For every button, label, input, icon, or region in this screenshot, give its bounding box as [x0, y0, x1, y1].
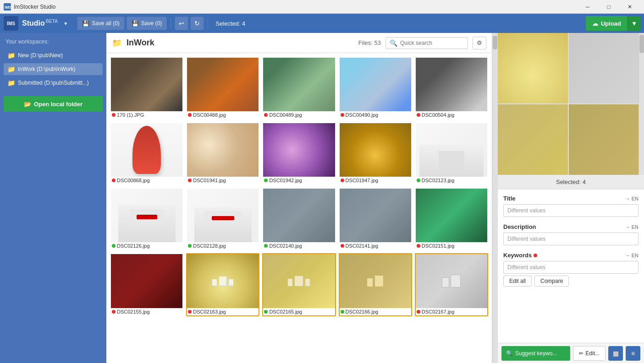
image-thumb-15: [111, 254, 182, 308]
desc-lang-button[interactable]: → EN: [625, 224, 638, 230]
description-input[interactable]: Different values: [503, 233, 638, 245]
metadata-panel: Title → EN Different values Description …: [498, 190, 644, 343]
status-dot-3: [341, 113, 344, 117]
title-lang-button[interactable]: → EN: [625, 196, 638, 201]
workspaces-label: Your workspaces:: [4, 38, 103, 45]
image-cell-5[interactable]: DSC00868.jpg: [110, 122, 183, 185]
image-cell-13[interactable]: DSC02141.jpg: [339, 188, 412, 250]
sidebar-item-new[interactable]: 📁 New (D:\pub\New): [4, 49, 103, 61]
image-thumb-16: [187, 254, 259, 308]
image-cell-16[interactable]: DSC02163.jpg: [186, 253, 259, 316]
browser-header: 📁 InWork Files: 53 🔍 ⚙: [106, 33, 492, 53]
image-label-3: DSC00490.jpg: [340, 112, 411, 119]
title-bar: IMS ImStocker Studio ─ □ ✕: [0, 0, 644, 14]
image-cell-3[interactable]: DSC00490.jpg: [339, 57, 412, 119]
image-label-19: DSC02167.jpg: [416, 309, 487, 315]
sidebar: Your workspaces: 📁 New (D:\pub\New) 📁 In…: [0, 33, 106, 363]
image-cell-11[interactable]: DSC02128.jpg: [186, 188, 259, 250]
status-dot-2: [264, 113, 268, 117]
folder-open-icon: 📂: [24, 101, 31, 108]
image-thumb-17: [263, 254, 335, 308]
folder-icon-new: 📁: [7, 52, 15, 59]
image-label-0: 170 (1).JPG: [111, 112, 182, 119]
status-dot-11: [188, 244, 192, 248]
image-cell-0[interactable]: 170 (1).JPG: [110, 57, 183, 119]
image-cell-12[interactable]: DSC02140.jpg: [262, 188, 336, 250]
toolbar-divider-2: [208, 18, 208, 29]
filter-button[interactable]: ⚙: [473, 37, 486, 49]
image-thumb-6: [187, 123, 259, 177]
logo-area: IMS StudioBETA ▼: [4, 16, 68, 31]
edit-all-button[interactable]: Edit all: [503, 276, 532, 287]
suggest-icon: 🔍: [506, 350, 513, 357]
edit-button[interactable]: ✏ Edit...: [573, 346, 605, 361]
image-cell-17[interactable]: DSC02165.jpg: [262, 253, 336, 316]
upload-button[interactable]: ☁ Upload: [586, 16, 627, 31]
undo-button[interactable]: ↩: [175, 16, 188, 30]
keywords-input[interactable]: Different values: [503, 261, 638, 274]
open-folder-button[interactable]: 📂 Open local folder: [4, 96, 103, 112]
sidebar-item-inwork[interactable]: 📁 InWork (D:\pub\InWork): [4, 63, 103, 75]
image-cell-19[interactable]: DSC02167.jpg: [415, 253, 488, 316]
app-title: ImStocker Studio: [14, 4, 577, 10]
image-thumb-12: [263, 189, 335, 242]
current-folder-icon: 📁: [112, 38, 122, 48]
maximize-button[interactable]: □: [598, 0, 619, 14]
image-thumb-5: [111, 123, 182, 177]
compare-button[interactable]: Compare: [534, 276, 569, 287]
keywords-lang-button[interactable]: → EN: [625, 253, 638, 258]
search-input[interactable]: [400, 40, 464, 46]
save-button[interactable]: 💾 Save (0): [127, 16, 167, 30]
keywords-row: Keywords → EN Different values Edit all …: [503, 252, 638, 287]
status-dot-9: [417, 179, 420, 182]
image-grid: 170 (1).JPG DSC00488.jpg: [110, 57, 488, 316]
status-dot-18: [341, 310, 344, 314]
list-view-button[interactable]: ≡: [626, 346, 640, 361]
main-scrollbar[interactable]: [492, 33, 497, 363]
image-cell-15[interactable]: DSC02155.jpg: [110, 253, 183, 316]
keywords-label: Keywords → EN: [503, 252, 638, 259]
current-folder-title: InWork: [127, 38, 354, 48]
minimize-button[interactable]: ─: [577, 0, 598, 14]
image-label-6: DSC01941.jpg: [187, 178, 259, 184]
image-cell-14[interactable]: DSC02151.jpg: [415, 188, 488, 250]
redo-button[interactable]: ↻: [190, 16, 204, 30]
preview-thumb-2: [569, 33, 639, 103]
sidebar-item-submitted[interactable]: 📁 Submitted (D:\pub\Submitt...): [4, 77, 103, 89]
main-content: 📁 InWork Files: 53 🔍 ⚙ 170 (1).JP: [106, 33, 492, 363]
image-label-17: DSC02165.jpg: [263, 309, 335, 315]
image-cell-8[interactable]: DSC01947.jpg: [339, 122, 412, 185]
preview-thumb-4: [569, 104, 639, 175]
image-label-7: DSC01942.jpg: [263, 178, 335, 184]
suggest-keywords-button[interactable]: 🔍 Suggest keywo...: [501, 346, 570, 361]
image-grid-container[interactable]: 170 (1).JPG DSC00488.jpg: [106, 53, 492, 363]
search-icon: 🔍: [390, 39, 397, 47]
image-cell-6[interactable]: DSC01941.jpg: [186, 122, 259, 185]
image-label-1: DSC00488.jpg: [187, 112, 259, 119]
preview-scrollbar[interactable]: [638, 33, 644, 175]
title-input[interactable]: Different values: [503, 204, 638, 217]
status-dot-14: [417, 244, 420, 248]
close-button[interactable]: ✕: [619, 0, 640, 14]
image-thumb-10: [111, 189, 182, 242]
title-label: Title → EN: [503, 195, 638, 202]
app-icon: IMS: [4, 3, 11, 11]
image-cell-2[interactable]: DSC00489.jpg: [262, 57, 336, 119]
image-cell-7[interactable]: DSC01942.jpg: [262, 122, 336, 185]
image-cell-10[interactable]: DSC02126.jpg: [110, 188, 183, 250]
grid-view-button[interactable]: ▦: [608, 346, 623, 361]
image-cell-4[interactable]: DSC00504.jpg: [415, 57, 488, 119]
status-dot-0: [112, 113, 116, 117]
image-cell-9[interactable]: DSC02123.jpg: [415, 122, 488, 185]
upload-dropdown-button[interactable]: ▼: [627, 16, 640, 31]
title-row: Title → EN Different values: [503, 195, 638, 217]
bottom-bar: 🔍 Suggest keywo... ✏ Edit... ▦ ≡: [498, 343, 644, 363]
folder-icon-submitted: 📁: [7, 79, 15, 87]
save-all-button[interactable]: 💾 Save all (0): [77, 16, 125, 30]
image-cell-1[interactable]: DSC00488.jpg: [186, 57, 259, 119]
image-cell-18[interactable]: DSC02166.jpg: [339, 253, 412, 316]
image-label-15: DSC02155.jpg: [111, 309, 182, 315]
logo-dropdown-icon[interactable]: ▼: [63, 21, 68, 26]
search-box: 🔍: [385, 37, 468, 49]
image-thumb-8: [340, 123, 411, 177]
